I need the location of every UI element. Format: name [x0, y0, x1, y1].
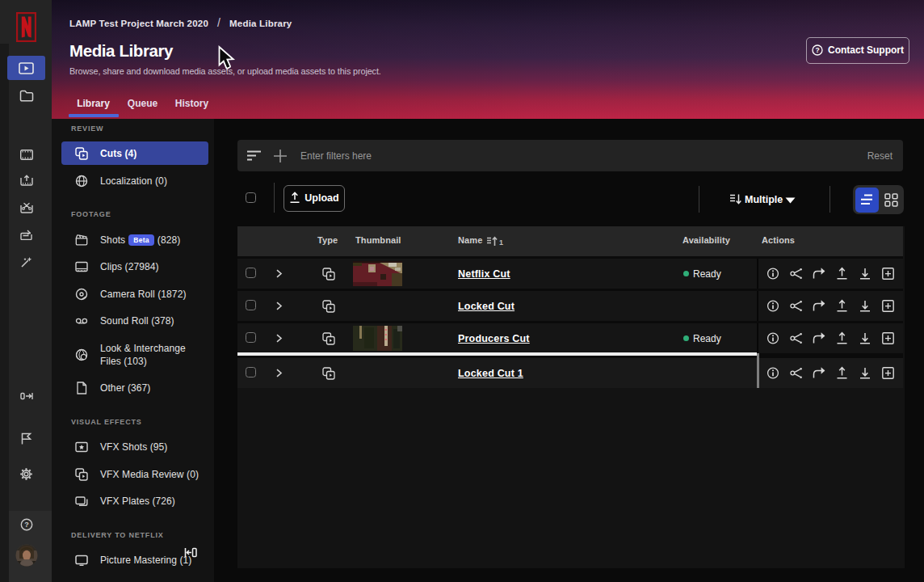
svg-text:1: 1 — [499, 238, 503, 247]
svg-text:?: ? — [815, 46, 819, 54]
svg-text:?: ? — [24, 521, 29, 529]
